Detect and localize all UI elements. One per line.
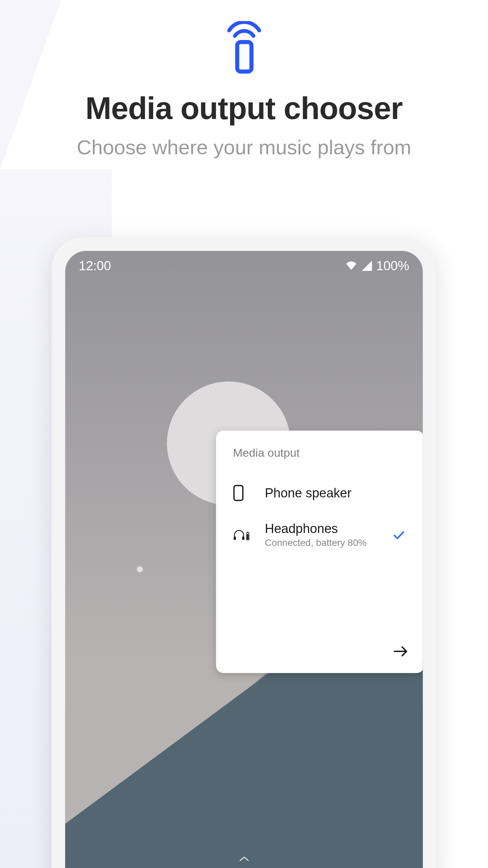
phone-icon (233, 485, 250, 501)
media-option-subtitle: Connected, battery 80% (265, 537, 375, 548)
svg-rect-1 (234, 486, 243, 500)
media-output-dialog: Media output Phone speaker (216, 431, 423, 673)
media-option-headphones[interactable]: Headphones Connected, battery 80% (216, 511, 423, 558)
remote-cast-icon (226, 21, 262, 74)
svg-rect-0 (237, 42, 251, 72)
chevron-up-icon[interactable] (239, 856, 249, 862)
media-option-phone-speaker[interactable]: Phone speaker (216, 475, 423, 511)
cell-signal-icon (361, 260, 373, 272)
phone-mockup: 12:00 100% Media output (52, 237, 436, 868)
wallpaper-star (137, 566, 143, 572)
media-option-label: Phone speaker (265, 486, 375, 500)
svg-rect-2 (234, 536, 236, 540)
svg-rect-3 (242, 536, 244, 540)
svg-rect-6 (247, 534, 248, 539)
media-option-label: Headphones (265, 521, 375, 536)
status-battery: 100% (376, 259, 409, 273)
page-title: Media output chooser (85, 91, 403, 126)
media-output-title: Media output (216, 446, 423, 459)
page-subtitle: Choose where your music plays from (77, 136, 411, 159)
wifi-icon (345, 260, 357, 272)
svg-rect-5 (247, 532, 248, 532)
check-icon (390, 528, 407, 542)
arrow-right-icon[interactable] (393, 645, 408, 659)
headphones-icon (233, 528, 250, 542)
status-time: 12:00 (79, 259, 111, 273)
status-bar: 12:00 100% (65, 251, 423, 281)
